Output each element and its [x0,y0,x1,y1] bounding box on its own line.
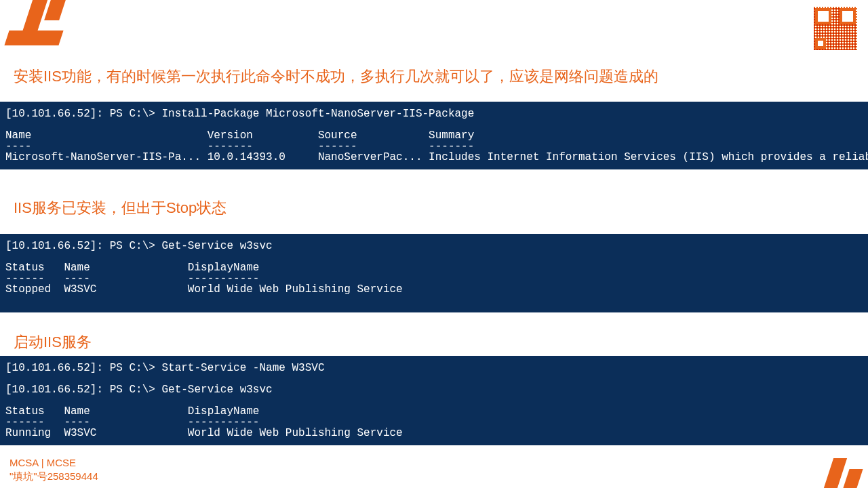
footer-credits: MCSA | MCSE "填坑"号258359444 [9,456,98,483]
heading-service-stopped: IIS服务已安装，但出于Stop状态 [0,198,240,218]
terminal-get-service-stopped: [10.101.66.52]: PS C:\> Get-Service w3sv… [0,234,868,312]
terminal-start-service: [10.101.66.52]: PS C:\> Start-Service -N… [0,356,868,445]
footer-line2: "填坑"号258359444 [9,470,98,483]
heading-start-service: 启动IIS服务 [0,332,105,352]
terminal-install-package: [10.101.66.52]: PS C:\> Install-Package … [0,102,868,169]
footer-line1: MCSA | MCSE [9,456,98,470]
heading-install-iis: 安装IIS功能，有的时候第一次执行此命令时不成功，多执行几次就可以了，应该是网络… [0,66,672,87]
qr-code-icon [812,5,859,52]
